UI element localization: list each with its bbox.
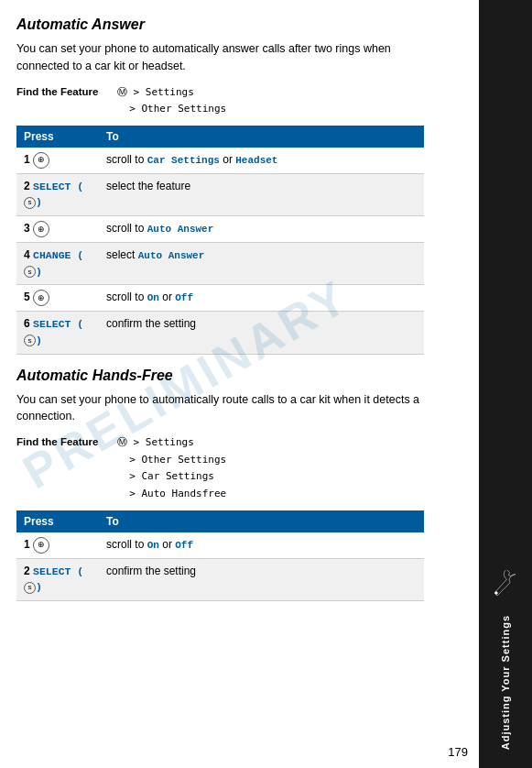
main-content: PRELIMINARY Automatic Answer You can set… bbox=[0, 0, 479, 768]
col-press-1: Press bbox=[16, 126, 99, 148]
table-row: 1 ⊕ scroll to On or Off bbox=[16, 532, 424, 559]
table-row: 1 ⊕ scroll to Car Settings or Headset bbox=[16, 148, 424, 174]
find-feature-label-1: Find the Feature bbox=[16, 84, 117, 97]
table-row: 2 SELECT (s) select the feature bbox=[16, 173, 424, 215]
table-header-row-1: Press To bbox=[16, 126, 424, 148]
to-cell: scroll to Car Settings or Headset bbox=[99, 148, 424, 174]
to-cell: select the feature bbox=[99, 173, 424, 215]
press-cell: 3 ⊕ bbox=[16, 216, 99, 243]
col-press-2: Press bbox=[16, 510, 99, 532]
find-feature-hands-free: Find the Feature Ⓜ > Settings > Other Se… bbox=[16, 434, 424, 502]
nav-circle-icon: s bbox=[24, 266, 36, 278]
to-cell: scroll to On or Off bbox=[99, 532, 424, 559]
nav-circle-icon: ⊕ bbox=[33, 290, 49, 306]
section-body-automatic-answer: You can set your phone to automatically … bbox=[16, 40, 424, 75]
menu-icon-2: Ⓜ bbox=[117, 437, 127, 448]
to-cell: confirm the setting bbox=[99, 312, 424, 354]
press-cell: 1 ⊕ bbox=[16, 532, 99, 559]
find-feature-path-1: Ⓜ > Settings > Other Settings bbox=[117, 84, 226, 118]
section-title-hands-free: Automatic Hands-Free bbox=[16, 368, 424, 384]
table-automatic-answer: Press To 1 ⊕ scroll to Car Settings or H… bbox=[16, 126, 424, 355]
section-automatic-answer: Automatic Answer You can set your phone … bbox=[16, 16, 424, 355]
col-to-1: To bbox=[99, 126, 424, 148]
nav-circle-icon: s bbox=[24, 335, 36, 346]
wrench-icon bbox=[492, 570, 519, 600]
to-cell: scroll to On or Off bbox=[99, 285, 424, 312]
right-sidebar: Adjusting Your Settings bbox=[479, 0, 532, 768]
table-row: 5 ⊕ scroll to On or Off bbox=[16, 285, 424, 312]
press-cell: 4 CHANGE (s) bbox=[16, 243, 99, 285]
section-body-hands-free: You can set your phone to automatically … bbox=[16, 391, 424, 426]
table-row: 2 SELECT (s) confirm the setting bbox=[16, 558, 424, 600]
table-row: 3 ⊕ scroll to Auto Answer bbox=[16, 216, 424, 243]
press-cell: 6 SELECT (s) bbox=[16, 312, 99, 354]
nav-circle-icon: s bbox=[24, 582, 36, 594]
table-row: 4 CHANGE (s) select Auto Answer bbox=[16, 243, 424, 285]
find-feature-automatic-answer: Find the Feature Ⓜ > Settings > Other Se… bbox=[16, 84, 424, 118]
nav-circle-icon: ⊕ bbox=[33, 152, 49, 169]
col-to-2: To bbox=[99, 510, 424, 532]
table-hands-free: Press To 1 ⊕ scroll to On or Off bbox=[16, 510, 424, 601]
page-number: 179 bbox=[448, 745, 468, 759]
table-row: 6 SELECT (s) confirm the setting bbox=[16, 312, 424, 354]
to-cell: scroll to Auto Answer bbox=[99, 216, 424, 243]
find-feature-path-2: Ⓜ > Settings > Other Settings > Car Sett… bbox=[117, 434, 226, 502]
nav-circle-icon: ⊕ bbox=[33, 537, 49, 554]
page-container: PRELIMINARY Automatic Answer You can set… bbox=[0, 0, 532, 768]
menu-icon-1: Ⓜ bbox=[117, 87, 127, 98]
press-cell: 2 SELECT (s) bbox=[16, 558, 99, 600]
to-cell: confirm the setting bbox=[99, 558, 424, 600]
find-feature-label-2: Find the Feature bbox=[16, 434, 117, 447]
nav-circle-icon: ⊕ bbox=[33, 221, 49, 237]
press-cell: 2 SELECT (s) bbox=[16, 173, 99, 215]
sidebar-label: Adjusting Your Settings bbox=[500, 615, 511, 750]
section-automatic-hands-free: Automatic Hands-Free You can set your ph… bbox=[16, 368, 424, 601]
to-cell: select Auto Answer bbox=[99, 243, 424, 285]
section-title-automatic-answer: Automatic Answer bbox=[16, 16, 424, 33]
table-header-row-2: Press To bbox=[16, 510, 424, 532]
press-cell: 1 ⊕ bbox=[16, 148, 99, 174]
press-cell: 5 ⊕ bbox=[16, 285, 99, 312]
nav-circle-icon: s bbox=[24, 197, 36, 209]
